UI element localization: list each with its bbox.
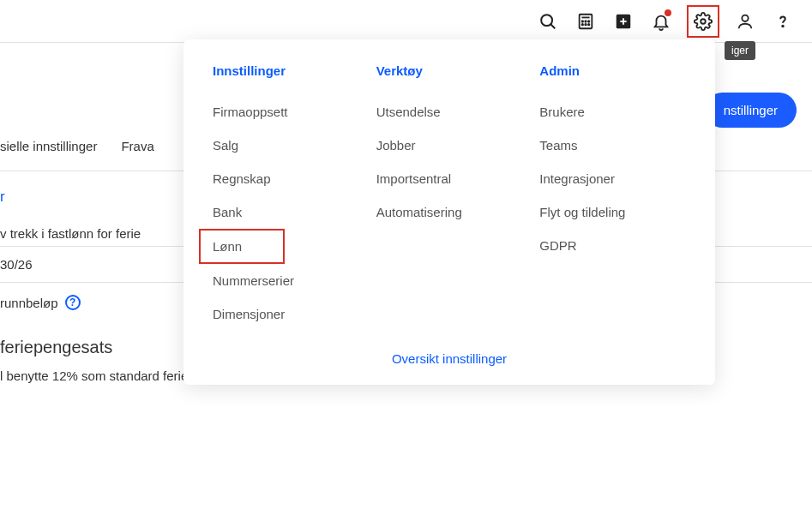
menu-item-integrasjoner[interactable]: Integrasjoner: [539, 162, 686, 195]
dropdown-col-verktoy: Verktøy Utsendelse Jobber Importsentral …: [376, 63, 523, 331]
dropdown-col-admin: Admin Brukere Teams Integrasjoner Flyt o…: [539, 63, 686, 331]
menu-item-regnskap[interactable]: Regnskap: [213, 162, 359, 195]
calculator-icon[interactable]: [574, 9, 598, 33]
info-icon[interactable]: ?: [65, 295, 81, 310]
tab-finansielle[interactable]: sielle innstillinger: [0, 139, 97, 153]
top-bar: [0, 0, 812, 43]
menu-item-utsendelse[interactable]: Utsendelse: [376, 95, 523, 129]
svg-point-0: [541, 15, 552, 26]
menu-item-salg[interactable]: Salg: [213, 129, 359, 162]
menu-item-dimensjoner[interactable]: Dimensjoner: [213, 297, 359, 331]
svg-point-14: [742, 15, 748, 21]
menu-item-firmaoppsett[interactable]: Firmaoppsett: [213, 95, 359, 129]
menu-item-jobber[interactable]: Jobber: [376, 129, 523, 162]
svg-point-7: [582, 23, 583, 24]
svg-point-6: [588, 21, 589, 21]
svg-point-5: [585, 21, 586, 21]
tooltip-fragment: iger: [725, 41, 755, 60]
menu-item-teams[interactable]: Teams: [539, 129, 686, 162]
col-header-verktoy: Verktøy: [376, 63, 523, 78]
svg-point-15: [782, 25, 783, 26]
tab-fravar[interactable]: Frava: [121, 139, 153, 153]
help-icon[interactable]: [771, 9, 795, 33]
menu-item-automatisering[interactable]: Automatisering: [376, 195, 523, 229]
gear-icon[interactable]: [687, 5, 719, 38]
menu-item-brukere[interactable]: Brukere: [539, 95, 686, 129]
svg-point-4: [582, 21, 583, 21]
menu-item-bank[interactable]: Bank: [213, 195, 359, 229]
bell-icon[interactable]: [649, 9, 673, 33]
grunnbelop-label: runnbeløp: [0, 296, 58, 310]
user-icon[interactable]: [733, 9, 757, 33]
menu-item-gdpr[interactable]: GDPR: [539, 229, 686, 262]
menu-item-importsentral[interactable]: Importsentral: [376, 162, 523, 195]
dropdown-footer-link[interactable]: Oversikt innstillinger: [213, 331, 686, 366]
svg-line-1: [550, 24, 555, 28]
svg-point-9: [588, 23, 589, 24]
menu-item-flyt-tildeling[interactable]: Flyt og tildeling: [539, 195, 686, 229]
col-header-innstillinger: Innstillinger: [213, 63, 359, 78]
svg-point-8: [585, 23, 586, 24]
search-icon[interactable]: [536, 9, 560, 33]
settings-dropdown: Innstillinger Firmaoppsett Salg Regnskap…: [183, 39, 715, 385]
menu-item-nummerserier[interactable]: Nummerserier: [213, 264, 359, 297]
menu-item-lonn[interactable]: Lønn: [199, 229, 285, 264]
notification-dot: [665, 9, 671, 16]
col-header-admin: Admin: [539, 63, 686, 78]
dropdown-col-innstillinger: Innstillinger Firmaoppsett Salg Regnskap…: [213, 63, 359, 331]
add-icon[interactable]: [611, 9, 635, 33]
svg-point-13: [701, 19, 706, 24]
